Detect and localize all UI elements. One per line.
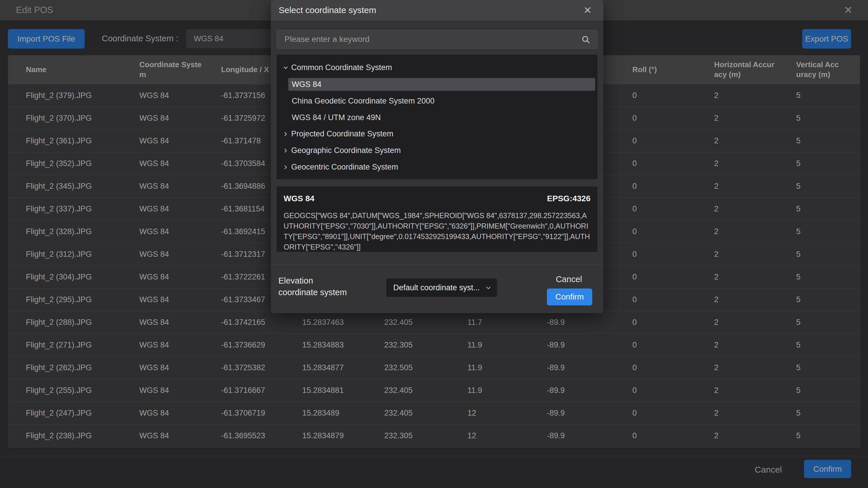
chevron-right-icon (282, 148, 289, 154)
tree-item-label: WGS 84 / UTM zone 49N (288, 111, 595, 124)
dialog-close-icon[interactable]: ✕ (580, 0, 596, 20)
dialog-confirm-button[interactable]: Confirm (547, 289, 592, 305)
keyword-search-box (277, 30, 597, 48)
elevation-coordinate-label: Elevation coordinate system (278, 275, 354, 298)
dialog-title: Select coordinate system (279, 5, 376, 15)
chevron-right-icon (282, 131, 289, 137)
details-name: WGS 84 (284, 194, 314, 203)
elevation-coordinate-value: Default coordinate syst... (393, 283, 485, 292)
tree-group-geographic-coordinate-system[interactable]: Geographic Coordinate System (277, 142, 597, 159)
tree-item-wgs-84-utm-zone-49n[interactable]: WGS 84 / UTM zone 49N (277, 109, 597, 126)
tree-item-label: WGS 84 (288, 78, 595, 91)
details-title-row: WGS 84 EPSG:4326 (284, 194, 590, 203)
chevron-right-icon (282, 164, 289, 170)
dialog-cancel-button[interactable]: Cancel (554, 273, 584, 285)
details-wkt-text: GEOGCS["WGS 84",DATUM["WGS_1984",SPHEROI… (284, 210, 590, 252)
tree-group-geocentric-coordinate-system[interactable]: Geocentric Coordinate System (277, 159, 597, 175)
chevron-down-icon (282, 65, 289, 71)
app-root: Edit POS ✕ Import POS File Coordinate Sy… (0, 0, 868, 488)
coordinate-system-details: WGS 84 EPSG:4326 GEOGCS["WGS 84",DATUM["… (277, 187, 597, 252)
dialog-header: Select coordinate system ✕ (271, 0, 603, 20)
keyword-search-input[interactable] (277, 30, 597, 48)
select-coordinate-system-dialog: Select coordinate system ✕ Common Coordi… (271, 0, 603, 313)
tree-group-common-coordinate-system[interactable]: Common Coordinate System (277, 59, 597, 76)
tree-item-label: China Geodetic Coordinate System 2000 (288, 95, 595, 107)
tree-group-label: Common Coordinate System (291, 63, 392, 72)
dialog-footer: Elevation coordinate system Default coor… (271, 264, 603, 313)
coordinate-system-tree: Common Coordinate SystemWGS 84China Geod… (277, 55, 597, 179)
chevron-down-icon (485, 285, 492, 291)
details-epsg-code: EPSG:4326 (547, 194, 590, 203)
tree-group-label: Geographic Coordinate System (291, 146, 401, 155)
search-icon (581, 35, 591, 46)
tree-item-china-geodetic-coordinate-system-2000[interactable]: China Geodetic Coordinate System 2000 (277, 93, 597, 109)
tree-item-wgs-84[interactable]: WGS 84 (277, 76, 597, 93)
tree-group-projected-coordinate-system[interactable]: Projected Coordinate System (277, 126, 597, 142)
tree-group-label: Geocentric Coordinate System (291, 163, 398, 171)
tree-group-label: Projected Coordinate System (291, 129, 393, 138)
elevation-coordinate-select[interactable]: Default coordinate syst... (386, 279, 497, 297)
